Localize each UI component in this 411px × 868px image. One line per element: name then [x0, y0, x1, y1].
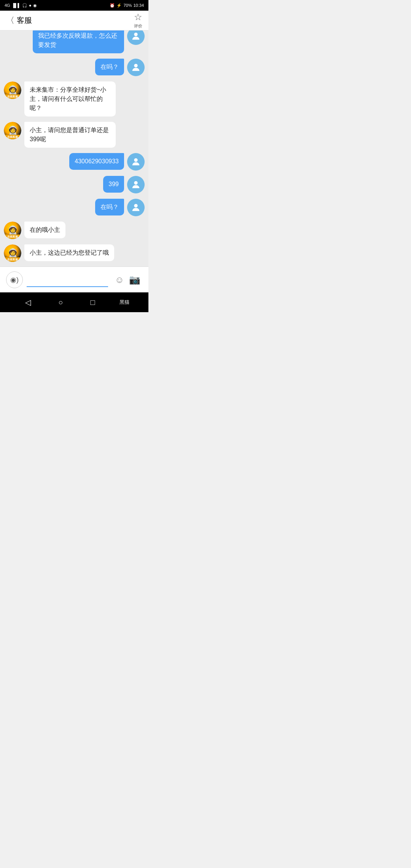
bubble-4: 小主，请问您是普通订单还是399呢: [24, 122, 116, 148]
signal-bars: ▐▌▌: [12, 3, 21, 8]
bubble-8: 在的哦小主: [24, 222, 65, 238]
user-avatar-1: [127, 30, 145, 45]
title-bar-left: 〈 客服: [6, 15, 32, 26]
bubble-1: 我已经多次反映退款，怎么还要发货: [33, 30, 124, 53]
service-badge-4: 在线客服: [4, 135, 21, 139]
bubble-9: 小主，这边已经为您登记了哦: [24, 244, 114, 261]
nav-home-button[interactable]: ○: [52, 295, 69, 310]
service-avatar-3: 🧑‍🚀 在线客服: [4, 81, 21, 99]
msg-row-1: 我已经多次反映退款，怎么还要发货: [4, 30, 145, 53]
status-right: ⏰ ⚡ 70% 10:34: [110, 3, 144, 8]
msg-row-5: 4300629030933: [4, 153, 145, 171]
bluetooth-icon: ⚡: [116, 3, 122, 8]
user-icon-7: [131, 202, 141, 213]
bubble-6: 399: [103, 176, 124, 193]
title-bar-right[interactable]: ☆ 评价: [134, 12, 142, 29]
bubble-3: 未来集市：分享全球好货~小主，请问有什么可以帮忙的呢？: [24, 81, 116, 116]
svg-point-2: [134, 158, 137, 162]
user-icon: [131, 31, 141, 41]
back-button[interactable]: 〈: [6, 15, 14, 26]
msg-row-6: 399: [4, 176, 145, 193]
service-badge-8: 在线客服: [4, 235, 21, 239]
user-icon-5: [131, 156, 141, 167]
service-badge: 在线客服: [4, 94, 21, 99]
star-icon[interactable]: ☆: [134, 12, 142, 22]
msg-row-3: 🧑‍🚀 在线客服 未来集市：分享全球好货~小主，请问有什么可以帮忙的呢？: [4, 81, 145, 116]
status-icon-2: ●: [29, 3, 32, 8]
status-left: 4G ▐▌▌ 🎧 ● ◉: [5, 3, 37, 8]
nav-recent-button[interactable]: □: [84, 295, 101, 310]
user-icon-2: [131, 62, 141, 73]
svg-point-0: [134, 33, 137, 36]
bubble-2: 在吗？: [95, 59, 124, 75]
headphone-icon: 🎧: [22, 3, 27, 8]
battery-text: 70%: [123, 3, 132, 8]
service-avatar-4: 🧑‍🚀 在线客服: [4, 122, 21, 139]
bubble-5: 4300629030933: [69, 153, 124, 170]
user-avatar-7: [127, 199, 145, 216]
signal-icon: 4G: [5, 3, 10, 8]
title-bar: 〈 客服 ☆ 评价: [0, 11, 148, 30]
msg-row-2: 在吗？: [4, 59, 145, 76]
msg-row-8: 🧑‍🚀 在线客服 在的哦小主: [4, 222, 145, 239]
emoji-icon: ☺: [115, 274, 124, 285]
status-bar: 4G ▐▌▌ 🎧 ● ◉ ⏰ ⚡ 70% 10:34: [0, 0, 148, 11]
svg-point-3: [134, 181, 137, 185]
bottom-bar: ◉) ☺ 📷: [0, 266, 148, 292]
review-label[interactable]: 评价: [134, 23, 142, 29]
status-icon-3: ◉: [33, 3, 37, 8]
service-avatar-9: 🧑‍🚀 在线客服: [4, 244, 21, 262]
bubble-7: 在吗？: [95, 199, 124, 215]
voice-icon: ◉): [10, 276, 19, 284]
msg-row-4: 🧑‍🚀 在线客服 小主，请问您是普通订单还是399呢: [4, 122, 145, 148]
watermark-label: 黑猫: [119, 299, 129, 306]
nav-back-button[interactable]: ◁: [19, 295, 37, 310]
camera-button[interactable]: 📷: [127, 272, 142, 287]
chat-area: 我已经多次反映退款，怎么还要发货 在吗？ 🧑‍🚀 在线客服 未来集市：分享全球好…: [0, 30, 148, 266]
page-title: 客服: [17, 15, 32, 26]
camera-icon: 📷: [129, 274, 140, 285]
service-badge-9: 在线客服: [4, 257, 21, 262]
emoji-button[interactable]: ☺: [112, 272, 127, 287]
user-icon-6: [131, 179, 141, 190]
user-avatar-5: [127, 153, 145, 171]
msg-row-9: 🧑‍🚀 在线客服 小主，这边已经为您登记了哦: [4, 244, 145, 262]
svg-point-1: [134, 64, 137, 67]
svg-point-4: [134, 204, 137, 207]
voice-button[interactable]: ◉): [6, 271, 23, 288]
service-avatar-8: 🧑‍🚀 在线客服: [4, 222, 21, 239]
msg-row-7: 在吗？: [4, 199, 145, 216]
user-avatar-6: [127, 176, 145, 193]
user-avatar-2: [127, 59, 145, 76]
time-text: 10:34: [133, 3, 144, 8]
alarm-icon: ⏰: [110, 3, 115, 8]
nav-bar: ◁ ○ □ 黑猫: [0, 292, 148, 312]
chat-input[interactable]: [27, 273, 108, 287]
